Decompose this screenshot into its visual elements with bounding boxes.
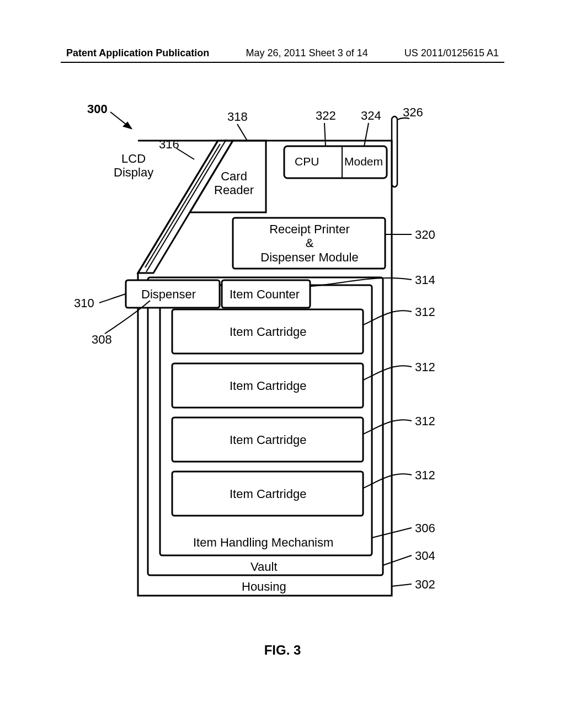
ref-322: 322 bbox=[316, 109, 336, 122]
label-cpu: CPU bbox=[295, 155, 319, 168]
figure-caption: FIG. 3 bbox=[0, 643, 565, 658]
ref-316: 316 bbox=[159, 137, 179, 151]
label-vault: Vault bbox=[250, 560, 278, 574]
label-modem: Modem bbox=[344, 155, 383, 168]
diagram-svg bbox=[66, 102, 497, 648]
header-rule bbox=[61, 62, 504, 63]
label-cartridge-1: Item Cartridge bbox=[230, 325, 306, 339]
label-dispenser: Dispenser bbox=[141, 287, 196, 301]
header-center: May 26, 2011 Sheet 3 of 14 bbox=[246, 47, 368, 59]
ref-314: 314 bbox=[415, 273, 435, 287]
ref-308: 308 bbox=[92, 333, 112, 346]
figure-3-diagram: 300 316 318 322 324 326 320 314 312 312 … bbox=[66, 102, 497, 648]
label-item-counter: Item Counter bbox=[230, 287, 300, 301]
label-cartridge-3: Item Cartridge bbox=[230, 433, 306, 447]
ref-302: 302 bbox=[415, 577, 435, 591]
label-receipt-printer: Receipt Printer & Dispenser Module bbox=[238, 222, 381, 264]
ref-326: 326 bbox=[403, 105, 423, 119]
ref-304: 304 bbox=[415, 549, 435, 563]
ref-312-c: 312 bbox=[415, 414, 435, 428]
ref-324: 324 bbox=[361, 109, 381, 122]
label-cartridge-4: Item Cartridge bbox=[230, 487, 306, 501]
header-left: Patent Application Publication bbox=[66, 47, 209, 59]
header-right: US 2011/0125615 A1 bbox=[404, 47, 499, 59]
label-housing: Housing bbox=[242, 580, 286, 593]
ref-320: 320 bbox=[415, 228, 435, 242]
ref-310: 310 bbox=[74, 296, 94, 310]
label-item-handling: Item Handling Mechanism bbox=[193, 536, 333, 549]
ref-300: 300 bbox=[87, 102, 108, 116]
ref-312-b: 312 bbox=[415, 360, 435, 374]
page-header: Patent Application Publication May 26, 2… bbox=[0, 47, 565, 59]
label-card-reader: Card Reader bbox=[214, 169, 254, 197]
ref-312-d: 312 bbox=[415, 468, 435, 482]
ref-306: 306 bbox=[415, 521, 435, 535]
label-lcd-display: LCD Display bbox=[114, 152, 153, 180]
ref-318: 318 bbox=[227, 110, 248, 124]
label-cartridge-2: Item Cartridge bbox=[230, 379, 306, 393]
ref-312-a: 312 bbox=[415, 305, 435, 319]
svg-line-0 bbox=[146, 140, 226, 272]
